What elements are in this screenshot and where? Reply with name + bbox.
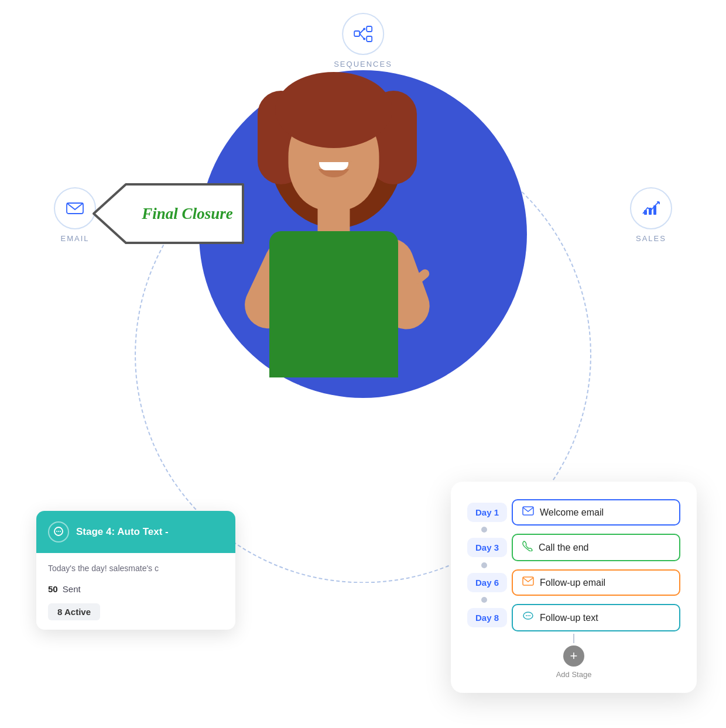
- stage-card-header: Stage 4: Auto Text -: [36, 511, 235, 553]
- sales-node: SALES: [630, 187, 672, 243]
- active-badge: 8 Active: [48, 603, 100, 620]
- svg-point-23: [529, 615, 530, 616]
- sales-icon-box: [630, 187, 672, 229]
- day-badge-3: Day 6: [467, 573, 507, 592]
- sales-icon: [640, 197, 662, 219]
- sent-stat: 50 Sent: [48, 584, 81, 594]
- seq-step-3: Day 6 Follow-up email: [467, 569, 680, 596]
- email-step-icon-1: [522, 506, 534, 518]
- sent-label: Sent: [63, 584, 81, 594]
- chat-bubble-icon: [53, 526, 64, 538]
- day-badge-4: Day 8: [467, 608, 507, 627]
- active-count: 8: [57, 607, 62, 617]
- stage-card-stats: 50 Sent: [48, 584, 224, 594]
- svg-point-21: [526, 615, 527, 616]
- connector-dot-3: [481, 597, 487, 603]
- active-badge-wrapper: 8 Active: [48, 603, 224, 620]
- svg-rect-10: [644, 210, 647, 215]
- svg-point-15: [56, 531, 57, 532]
- stage-card-title: Stage 4: Auto Text -: [76, 526, 169, 538]
- add-connector-line: [573, 634, 574, 643]
- sequences-icon: [352, 23, 374, 45]
- active-label: Active: [64, 607, 91, 617]
- svg-point-5: [363, 28, 365, 30]
- step-content-3: Follow-up email: [512, 569, 680, 596]
- step-label-3: Follow-up email: [540, 578, 605, 588]
- stage-card-body: Today's the day! salesmate's c 50 Sent 8…: [36, 553, 235, 630]
- svg-rect-1: [367, 26, 372, 32]
- svg-point-6: [363, 38, 365, 40]
- day-badge-2: Day 3: [467, 538, 507, 557]
- connector-dot-2: [481, 562, 487, 568]
- step-content-4: Follow-up text: [512, 604, 680, 631]
- svg-point-22: [528, 615, 529, 616]
- step-label-2: Call the end: [539, 542, 588, 553]
- add-icon: +: [570, 648, 578, 664]
- seq-step-1: Day 1 Welcome email: [467, 499, 680, 526]
- svg-rect-11: [649, 208, 652, 215]
- step-content-1: Welcome email: [512, 499, 680, 526]
- sequence-panel: Day 1 Welcome email Day 3 Call the end: [451, 482, 697, 693]
- add-stage-button[interactable]: +: [563, 645, 584, 667]
- connector-dot-1: [481, 527, 487, 533]
- stage-card-description: Today's the day! salesmate's c: [48, 562, 224, 575]
- step-content-2: Call the end: [512, 534, 680, 561]
- step-label-4: Follow-up text: [540, 613, 598, 623]
- svg-rect-0: [354, 31, 359, 36]
- email-label: EMAIL: [60, 234, 89, 243]
- email-step-icon-3: [522, 576, 534, 589]
- arrow-sign: Final Closure: [91, 181, 255, 246]
- stage-card-icon: [48, 521, 69, 542]
- svg-rect-2: [367, 36, 372, 42]
- svg-rect-19: [523, 577, 533, 585]
- step-label-1: Welcome email: [540, 507, 604, 518]
- svg-rect-12: [653, 205, 656, 215]
- sales-label: SALES: [636, 234, 666, 243]
- phone-step-icon-2: [522, 541, 533, 554]
- sent-count: 50: [48, 584, 58, 594]
- seq-step-2: Day 3 Call the end: [467, 534, 680, 561]
- stage-card: Stage 4: Auto Text - Today's the day! sa…: [36, 511, 235, 630]
- day-badge-1: Day 1: [467, 503, 507, 522]
- email-icon: [64, 197, 86, 219]
- add-stage-area: + Add Stage: [467, 634, 680, 679]
- add-stage-label: Add Stage: [556, 670, 592, 679]
- seq-step-4: Day 8 Follow-up text: [467, 604, 680, 631]
- email-node: EMAIL: [54, 187, 96, 243]
- svg-rect-18: [523, 507, 533, 515]
- main-scene: SEQUENCES EMAIL SALES: [0, 0, 726, 728]
- svg-point-17: [60, 531, 61, 532]
- email-icon-box: [54, 187, 96, 229]
- arrow-text: Final Closure: [126, 205, 249, 223]
- chat-step-icon-4: [522, 611, 534, 624]
- svg-point-16: [58, 531, 59, 532]
